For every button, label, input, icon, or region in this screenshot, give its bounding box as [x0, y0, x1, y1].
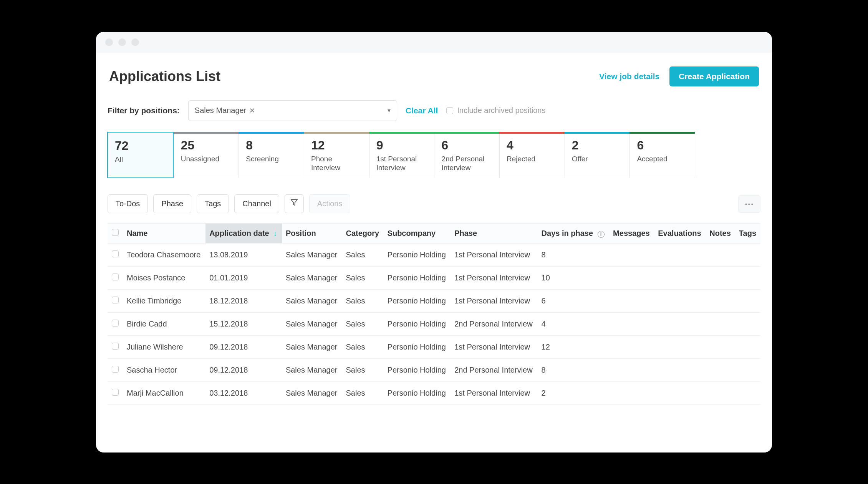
cell-phase: 2nd Personal Interview	[451, 313, 537, 336]
col-evaluations[interactable]: Evaluations	[654, 224, 706, 244]
cell-date: 09.12.2018	[205, 336, 282, 359]
position-filter-select[interactable]: Sales Manager ✕ ▾	[188, 100, 397, 121]
stage-tabs: 72All25Unassigned8Screening12Phone Inter…	[108, 132, 695, 179]
row-checkbox-cell[interactable]	[108, 244, 123, 267]
col-position[interactable]: Position	[282, 224, 342, 244]
stage-tab-1st-personal-interview[interactable]: 91st Personal Interview	[369, 132, 434, 178]
sort-desc-icon: ↓	[273, 230, 277, 237]
chevron-down-icon: ▾	[388, 107, 391, 114]
row-checkbox-cell[interactable]	[108, 359, 123, 382]
cell-name: Moises Postance	[123, 267, 205, 290]
more-menu-button[interactable]: ···	[738, 195, 760, 213]
table-row[interactable]: Birdie Cadd15.12.2018Sales ManagerSalesP…	[108, 313, 760, 336]
col-phase[interactable]: Phase	[451, 224, 537, 244]
table-row[interactable]: Juliane Wilshere09.12.2018Sales ManagerS…	[108, 336, 760, 359]
window-dot-close[interactable]	[105, 38, 113, 46]
position-chip[interactable]: Sales Manager ✕	[195, 106, 255, 115]
checkbox-icon[interactable]	[112, 366, 119, 373]
tags-filter-button[interactable]: Tags	[197, 194, 229, 213]
cell-name: Teodora Chasemoore	[123, 244, 205, 267]
cell-messages	[609, 313, 654, 336]
channel-filter-button[interactable]: Channel	[234, 194, 279, 213]
col-name[interactable]: Name	[123, 224, 205, 244]
col-category[interactable]: Category	[342, 224, 383, 244]
col-messages[interactable]: Messages	[609, 224, 654, 244]
row-checkbox-cell[interactable]	[108, 267, 123, 290]
clear-all-link[interactable]: Clear All	[406, 106, 438, 115]
view-job-details-link[interactable]: View job details	[599, 72, 659, 81]
cell-phase: 2nd Personal Interview	[451, 359, 537, 382]
stage-tab-2nd-personal-interview[interactable]: 62nd Personal Interview	[434, 132, 499, 178]
cell-evaluations	[654, 359, 706, 382]
stage-tab-offer[interactable]: 2Offer	[565, 132, 630, 178]
stage-label: Accepted	[637, 154, 688, 164]
cell-position: Sales Manager	[282, 267, 342, 290]
col-days-in-phase[interactable]: Days in phase i	[538, 224, 610, 244]
row-checkbox-cell[interactable]	[108, 290, 123, 313]
cell-notes	[706, 290, 735, 313]
cell-messages	[609, 336, 654, 359]
stage-count: 6	[441, 139, 492, 151]
row-checkbox-cell[interactable]	[108, 336, 123, 359]
window-dot-max[interactable]	[131, 38, 139, 46]
checkbox-icon[interactable]	[112, 389, 119, 396]
cell-category: Sales	[342, 244, 383, 267]
stage-tab-rejected[interactable]: 4Rejected	[499, 132, 565, 178]
cell-date: 13.08.2019	[205, 244, 282, 267]
window-titlebar	[96, 32, 772, 53]
cell-tags	[735, 244, 760, 267]
select-all-header[interactable]	[108, 224, 123, 244]
checkbox-icon[interactable]	[446, 107, 453, 114]
row-checkbox-cell[interactable]	[108, 382, 123, 405]
table-row[interactable]: Sascha Hector09.12.2018Sales ManagerSale…	[108, 359, 760, 382]
stage-tab-unassigned[interactable]: 25Unassigned	[174, 132, 239, 178]
cell-subcompany: Personio Holding	[384, 313, 451, 336]
window-dot-min[interactable]	[118, 38, 126, 46]
checkbox-icon[interactable]	[112, 343, 119, 350]
stage-tab-all[interactable]: 72All	[107, 132, 174, 179]
checkbox-icon[interactable]	[112, 229, 119, 236]
stage-count: 2	[572, 139, 623, 151]
todos-filter-button[interactable]: To-Dos	[108, 194, 148, 213]
stage-tab-screening[interactable]: 8Screening	[239, 132, 304, 178]
cell-messages	[609, 290, 654, 313]
row-checkbox-cell[interactable]	[108, 313, 123, 336]
info-icon[interactable]: i	[598, 231, 605, 238]
checkbox-icon[interactable]	[112, 273, 119, 280]
filter-icon-button[interactable]	[285, 194, 304, 213]
include-archived-toggle[interactable]: Include archived positions	[446, 106, 545, 115]
cell-messages	[609, 359, 654, 382]
stage-tab-phone-interview[interactable]: 12Phone Interview	[304, 132, 369, 178]
filter-row: Filter by positions: Sales Manager ✕ ▾ C…	[108, 100, 760, 121]
cell-notes	[706, 382, 735, 405]
checkbox-icon[interactable]	[112, 250, 119, 257]
cell-notes	[706, 359, 735, 382]
col-notes[interactable]: Notes	[706, 224, 735, 244]
cell-name: Marji MacCallion	[123, 382, 205, 405]
cell-category: Sales	[342, 290, 383, 313]
cell-subcompany: Personio Holding	[384, 267, 451, 290]
close-icon[interactable]: ✕	[249, 106, 255, 115]
checkbox-icon[interactable]	[112, 297, 119, 303]
cell-notes	[706, 313, 735, 336]
stage-tab-accepted[interactable]: 6Accepted	[629, 132, 695, 178]
table-row[interactable]: Marji MacCallion03.12.2018Sales ManagerS…	[108, 382, 760, 405]
table-row[interactable]: Teodora Chasemoore13.08.2019Sales Manage…	[108, 244, 760, 267]
cell-days: 8	[538, 244, 610, 267]
phase-filter-button[interactable]: Phase	[153, 194, 191, 213]
col-application-date[interactable]: Application date ↓	[205, 224, 282, 244]
table-row[interactable]: Kellie Timbridge18.12.2018Sales ManagerS…	[108, 290, 760, 313]
cell-tags	[735, 382, 760, 405]
col-tags[interactable]: Tags	[735, 224, 760, 244]
stage-label: 1st Personal Interview	[376, 154, 427, 173]
table-row[interactable]: Moises Postance01.01.2019Sales ManagerSa…	[108, 267, 760, 290]
cell-subcompany: Personio Holding	[384, 290, 451, 313]
stage-count: 12	[311, 139, 362, 151]
stage-label: Screening	[246, 154, 297, 164]
col-subcompany[interactable]: Subcompany	[384, 224, 451, 244]
create-application-button[interactable]: Create Application	[669, 66, 759, 86]
cell-notes	[706, 336, 735, 359]
cell-evaluations	[654, 290, 706, 313]
stage-label: Unassigned	[181, 154, 232, 164]
checkbox-icon[interactable]	[112, 320, 119, 327]
